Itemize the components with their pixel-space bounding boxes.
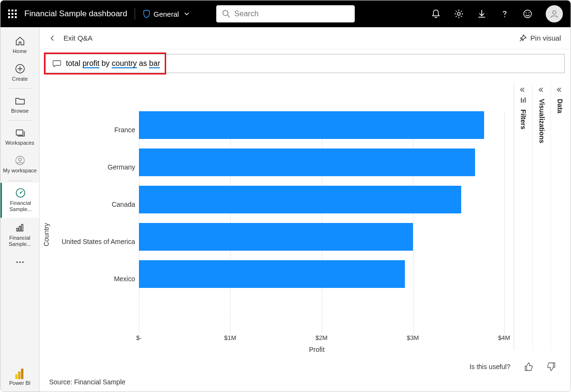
svg-rect-14 xyxy=(17,228,18,231)
bar-chart-icon xyxy=(15,222,25,233)
feedback-row: Is this useful? xyxy=(40,358,571,375)
svg-point-11 xyxy=(19,158,21,161)
thumbs-up-icon xyxy=(524,362,533,371)
powerbi-brand[interactable]: Power BI xyxy=(9,368,31,386)
plot-area: $-$1M$2M$3M$4M Profit xyxy=(139,87,504,353)
main-content: Exit Q&A Pin visual total profit by coun… xyxy=(40,27,571,392)
nav-home[interactable]: Home xyxy=(0,31,39,59)
account-avatar[interactable] xyxy=(546,5,563,22)
svg-point-6 xyxy=(529,12,529,13)
x-tick-label: $4M xyxy=(498,334,510,341)
dashboard-title: Financial Sample dashboard xyxy=(24,9,127,19)
exit-qna-label[interactable]: Exit Q&A xyxy=(63,34,93,42)
x-tick-label: $3M xyxy=(407,334,419,341)
thumbs-up-button[interactable] xyxy=(524,362,533,371)
pane-label: Data xyxy=(556,99,564,113)
nav-browse[interactable]: Browse xyxy=(0,91,39,118)
svg-point-19 xyxy=(22,261,23,263)
visualizations-pane[interactable]: Visualizations xyxy=(532,83,550,350)
nav-more[interactable] xyxy=(0,252,39,272)
gauge-icon xyxy=(15,188,26,198)
data-pane[interactable]: Data xyxy=(550,83,569,350)
help-button[interactable] xyxy=(500,9,509,19)
download-button[interactable] xyxy=(477,9,486,19)
notifications-button[interactable] xyxy=(431,9,441,19)
nav-label: Workspaces xyxy=(5,140,34,146)
nav-create[interactable]: Create xyxy=(0,59,39,86)
create-icon xyxy=(15,64,25,74)
nav-report-item[interactable]: Financial Sample... xyxy=(0,218,39,252)
feedback-button[interactable] xyxy=(523,9,532,19)
bar[interactable] xyxy=(139,260,405,288)
back-button[interactable] xyxy=(49,35,56,42)
question-icon xyxy=(500,9,509,19)
sensitivity-label: General xyxy=(153,10,179,18)
thumbs-down-button[interactable] xyxy=(547,362,556,371)
thumbs-down-icon xyxy=(547,362,556,371)
collapse-icon xyxy=(557,86,563,93)
y-axis-categories: France Germany Canada United States of A… xyxy=(53,87,139,353)
svg-rect-24 xyxy=(523,99,524,103)
nav-label: Financial Sample... xyxy=(2,200,39,212)
collapse-icon xyxy=(539,86,545,93)
gear-icon xyxy=(454,9,464,19)
app-launcher-icon[interactable] xyxy=(8,10,17,18)
powerbi-icon xyxy=(15,368,24,379)
nav-workspaces[interactable]: Workspaces xyxy=(0,123,39,150)
svg-rect-22 xyxy=(21,369,23,379)
bar[interactable] xyxy=(139,148,475,176)
filters-pane[interactable]: Filters xyxy=(514,83,532,350)
category-label: Canada xyxy=(53,186,139,223)
bar[interactable] xyxy=(139,111,484,139)
search-placeholder: Search xyxy=(234,10,259,18)
filter-icon xyxy=(520,97,527,104)
download-icon xyxy=(477,9,486,19)
chat-icon xyxy=(53,59,61,68)
svg-point-7 xyxy=(553,11,556,14)
qna-query-text: total profit by country as bar xyxy=(66,59,160,68)
pin-icon xyxy=(519,34,527,42)
nav-label: Create xyxy=(12,76,28,82)
feedback-question: Is this useful? xyxy=(469,363,510,371)
smiley-icon xyxy=(523,9,532,19)
pin-visual-button[interactable]: Pin visual xyxy=(519,34,561,42)
svg-point-18 xyxy=(19,261,21,263)
right-panes: Filters Visualizations Data xyxy=(514,83,569,350)
svg-rect-16 xyxy=(21,224,23,231)
folder-icon xyxy=(15,95,25,106)
category-label: Germany xyxy=(53,148,139,186)
category-label: Mexico xyxy=(53,260,139,297)
qna-header: Exit Q&A Pin visual xyxy=(40,27,571,49)
collapse-icon xyxy=(520,86,527,93)
svg-point-0 xyxy=(223,11,228,16)
home-icon xyxy=(15,36,25,46)
search-input[interactable]: Search xyxy=(216,5,355,22)
svg-rect-23 xyxy=(521,98,522,103)
source-label: Source: Financial Sample xyxy=(40,375,571,392)
ellipsis-icon xyxy=(15,257,25,267)
brand-label: Power BI xyxy=(9,380,31,386)
svg-point-2 xyxy=(457,12,460,15)
nav-my-workspace[interactable]: My workspace xyxy=(0,150,39,179)
svg-point-5 xyxy=(526,12,527,13)
nav-dashboard-item[interactable]: Financial Sample... xyxy=(0,183,39,217)
chart-visual[interactable]: Country France Germany Canada United Sta… xyxy=(40,78,514,358)
svg-rect-25 xyxy=(525,97,526,103)
qna-input[interactable]: total profit by country as bar xyxy=(45,54,565,73)
settings-button[interactable] xyxy=(454,9,464,19)
nav-label: Home xyxy=(13,48,27,54)
left-nav: Home Create Browse Workspaces My workspa… xyxy=(0,27,40,392)
x-axis-label: Profit xyxy=(139,346,495,353)
search-icon xyxy=(222,10,231,18)
chevron-down-icon xyxy=(184,11,190,17)
workspaces-icon xyxy=(15,127,25,138)
sensitivity-dropdown[interactable]: General xyxy=(143,10,189,18)
svg-point-3 xyxy=(504,16,505,17)
bar[interactable] xyxy=(139,186,461,213)
bar[interactable] xyxy=(139,223,413,251)
svg-rect-15 xyxy=(19,226,21,231)
category-label: United States of America xyxy=(53,223,139,260)
x-tick-label: $- xyxy=(136,334,142,341)
svg-rect-21 xyxy=(18,371,21,379)
person-icon xyxy=(550,9,559,19)
